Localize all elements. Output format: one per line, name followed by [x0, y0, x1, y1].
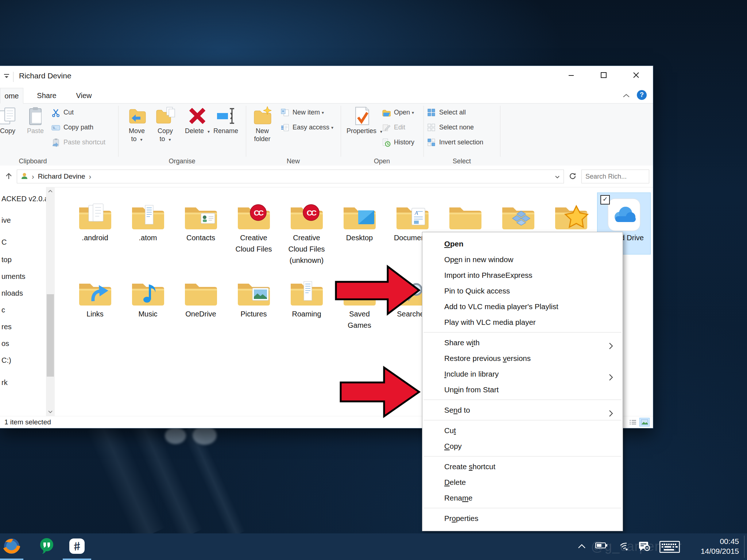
selection-checkbox[interactable]: ✓	[600, 195, 610, 205]
file-item-links[interactable]: Links	[69, 269, 121, 320]
breadcrumb[interactable]: Richard Devine	[38, 172, 85, 180]
minimize-button[interactable]	[563, 69, 580, 81]
new-item-icon	[280, 108, 290, 117]
address-bar[interactable]: › Richard Devine ›	[17, 170, 564, 183]
menu-item-send-to[interactable]: Send to	[422, 402, 623, 418]
new-item-button[interactable]: New item▾	[280, 105, 333, 120]
menu-item-create-shortcut[interactable]: Create shortcut	[422, 459, 623, 474]
taskbar-app-slack[interactable]: #	[63, 533, 91, 560]
file-item-onedrive[interactable]: OneDrive	[174, 269, 227, 320]
move-to-button[interactable]: Moveto ▾	[123, 105, 151, 156]
menu-item-add-to-vlc-media-player-s-playlist[interactable]: Add to VLC media player's Playlist	[422, 299, 623, 314]
action-center-icon[interactable]	[638, 541, 650, 552]
tab-share[interactable]: Share	[31, 88, 63, 103]
menu-separator	[423, 420, 622, 420]
copy-path-button[interactable]: \\..Copy path	[51, 120, 105, 135]
cut-button[interactable]: Cut	[51, 105, 105, 120]
open-button[interactable]: Open▾	[382, 105, 414, 120]
menu-item-pin-to-quick-access[interactable]: Pin to Quick access	[422, 283, 623, 299]
show-desktop-divider[interactable]	[744, 536, 744, 558]
refresh-icon[interactable]	[567, 170, 578, 182]
maximize-button[interactable]	[595, 69, 612, 81]
menu-item-share-with[interactable]: Share with	[422, 335, 623, 350]
select-all-button[interactable]: Select all	[427, 105, 483, 120]
taskbar-clock[interactable]: 00:45 14/09/2015	[701, 536, 739, 556]
menu-item-play-with-vlc-media-player[interactable]: Play with VLC media player	[422, 314, 623, 330]
menu-item-unpin-from-start[interactable]: Unpin from Start	[422, 382, 623, 397]
rename-button[interactable]: Rename	[212, 105, 240, 156]
file-item-music[interactable]: Music	[121, 269, 174, 320]
copy-to-button[interactable]: Copyto ▾	[151, 105, 179, 156]
file-item-roaming[interactable]: Roaming	[280, 269, 333, 320]
dropdown-caret-icon: ▾	[331, 125, 333, 130]
properties-button[interactable]: Properties ▾	[347, 105, 378, 156]
button-label: Copy	[0, 127, 22, 135]
taskbar-app-hangouts[interactable]	[35, 533, 58, 560]
copy-button[interactable]: Copy	[0, 105, 22, 156]
breadcrumb-chevron[interactable]: ›	[89, 172, 92, 181]
history-button[interactable]: History	[382, 135, 414, 150]
menu-item-open[interactable]: Open	[422, 236, 623, 252]
menu-item-include-in-library[interactable]: Include in library	[422, 366, 623, 382]
new-folder-button[interactable]: Newfolder	[248, 105, 276, 156]
button-label: Select all	[439, 109, 466, 116]
taskbar-app-firefox[interactable]	[0, 533, 23, 560]
ribbon-group-divider	[500, 106, 500, 157]
title-bar[interactable]: Richard Devine	[0, 66, 653, 88]
menu-item-open-in-new-window[interactable]: Open in new window	[422, 252, 623, 267]
menu-item-import-into-phraseexpress[interactable]: Import into PhraseExpress	[422, 267, 623, 283]
address-dropdown-icon[interactable]	[554, 174, 561, 182]
file-label: Saved Games	[339, 308, 380, 331]
file-item-pictures[interactable]: Pictures	[227, 269, 280, 320]
file-item--atom[interactable]: .atom	[121, 193, 174, 244]
collapse-ribbon-icon[interactable]	[622, 93, 630, 100]
tab-view[interactable]: View	[68, 88, 100, 103]
menu-item-rename[interactable]: Rename	[422, 490, 623, 506]
paste-button[interactable]: Paste	[21, 105, 50, 156]
folder-cc-icon: CC	[280, 193, 333, 232]
battery-icon[interactable]	[595, 541, 608, 550]
large-icons-view-icon[interactable]	[640, 418, 649, 426]
paste-shortcut-button[interactable]: Paste shortcut	[51, 135, 105, 150]
ribbon-group-divider	[118, 106, 119, 157]
select-none-button[interactable]: Select none	[427, 120, 483, 135]
easy-access-button[interactable]: Easy access▾	[280, 120, 333, 135]
search-input[interactable]	[582, 172, 653, 181]
file-item-creative-cloud-files[interactable]: CCCreative Cloud Files	[227, 193, 280, 255]
menu-item-cut[interactable]: Cut	[422, 423, 623, 438]
file-item-contacts[interactable]: Contacts	[174, 193, 227, 244]
menu-item-restore-previous-versions[interactable]: Restore previous versions	[422, 350, 623, 366]
file-item--android[interactable]: .android	[69, 193, 121, 244]
menu-item-properties[interactable]: Properties	[422, 510, 623, 526]
edit-button[interactable]: Edit	[382, 120, 414, 135]
file-item-creative-cloud-files-unknown-[interactable]: CCCreative Cloud Files (unknown)	[280, 193, 333, 266]
close-button[interactable]	[628, 69, 645, 81]
up-one-level-icon[interactable]	[3, 170, 15, 182]
button-label: Paste	[21, 127, 50, 135]
help-icon[interactable]: ?	[637, 90, 647, 100]
invert-selection-button[interactable]: Invert selection	[427, 135, 483, 150]
menu-item-delete[interactable]: Delete	[422, 474, 623, 490]
file-item-saved-games[interactable]: Saved Games	[333, 269, 386, 331]
tab-ome[interactable]: ome	[0, 88, 23, 104]
menu-separator	[423, 400, 622, 400]
keyboard-icon[interactable]	[659, 541, 680, 553]
wifi-icon[interactable]	[618, 541, 629, 551]
file-item-desktop[interactable]: Desktop	[333, 193, 386, 244]
paste-shortcut-icon	[51, 138, 61, 147]
history-icon	[382, 138, 391, 147]
breadcrumb-chevron[interactable]: ›	[32, 172, 34, 181]
ribbon-small-group: New item▾Easy access▾	[280, 105, 333, 135]
delete-x-icon	[183, 105, 212, 127]
delete-button[interactable]: Delete ▾	[183, 105, 212, 156]
file-label: .atom	[127, 232, 169, 244]
window-title: Richard Devine	[19, 71, 71, 80]
clock-time: 00:45	[701, 536, 739, 546]
quick-access-toolbar-arrow-icon[interactable]	[3, 73, 10, 81]
search-box[interactable]	[581, 170, 649, 183]
open-folder-icon	[382, 108, 391, 117]
button-label: to ▾	[123, 135, 151, 144]
details-view-icon[interactable]	[628, 418, 638, 426]
tray-expand-icon[interactable]	[577, 543, 587, 549]
menu-item-copy[interactable]: Copy	[422, 438, 623, 454]
